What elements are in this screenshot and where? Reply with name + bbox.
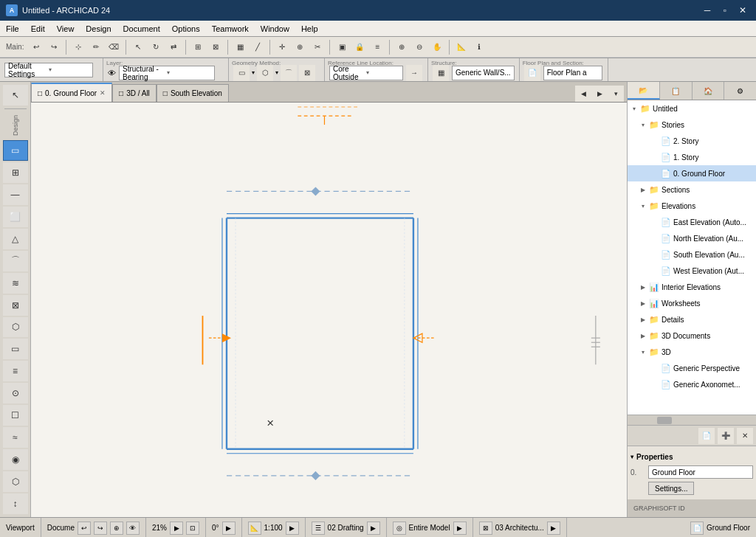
floorplan-dropdown[interactable]: Floor Plan a xyxy=(543,66,602,80)
arch-icon[interactable]: ⊠ xyxy=(479,522,492,535)
zoomin-tool[interactable]: ⊕ xyxy=(394,39,410,55)
tree-item-south-elev[interactable]: 📄 South Elevation (Au... xyxy=(628,246,756,263)
arch-btn[interactable]: ▶ xyxy=(547,522,560,535)
zoom-in-status[interactable]: ▶ xyxy=(170,522,183,535)
tab-3d[interactable]: □ 3D / All xyxy=(112,84,157,102)
tree-item-east-elev[interactable]: 📄 East Elevation (Auto... xyxy=(628,214,756,230)
tree-item-sections[interactable]: ▶ 📁 Sections xyxy=(628,181,756,198)
curtain-wall-tool[interactable]: ⬡ xyxy=(3,471,28,492)
angle-btn[interactable]: ▶ xyxy=(222,522,236,535)
slab-tool[interactable]: ⬜ xyxy=(3,207,28,227)
rotate-tool[interactable]: ↻ xyxy=(148,39,164,55)
tree-item-elevations[interactable]: ▾ 📁 Elevations xyxy=(628,198,756,214)
tree-item-worksheets[interactable]: ▶ 📊 Worksheets xyxy=(628,295,756,311)
tab-menu[interactable]: ▾ xyxy=(608,86,624,102)
tab-nav-right[interactable]: ▶ xyxy=(591,86,608,102)
roof-tool[interactable]: △ xyxy=(3,229,28,249)
column-tool[interactable]: ⊞ xyxy=(3,162,28,183)
tree-item-stories[interactable]: ▾ 📁 Stories xyxy=(628,117,756,133)
fit-btn[interactable]: ⊡ xyxy=(186,522,199,535)
redo-status-btn[interactable]: ↪ xyxy=(94,522,107,535)
geom-arc-btn[interactable]: ⌒ xyxy=(281,65,297,81)
nav-close-btn[interactable]: ✕ xyxy=(737,428,753,444)
trace-btn[interactable]: ⊕ xyxy=(110,522,123,535)
object-tool[interactable]: ☐ xyxy=(3,405,28,426)
tree-item-generic-persp[interactable]: 📄 Generic Perspective xyxy=(628,360,756,376)
preview-btn[interactable]: 👁 xyxy=(126,522,140,535)
align-tool[interactable]: ≡ xyxy=(369,39,385,55)
dimension-tool[interactable]: ↕ xyxy=(3,493,28,514)
structure-dropdown[interactable]: Generic Wall/S... xyxy=(452,66,515,80)
wall-tool[interactable]: ▭ xyxy=(3,140,28,161)
menu-window[interactable]: Window xyxy=(255,21,295,36)
prop-value-field[interactable]: Ground Floor xyxy=(648,465,753,479)
tree-item-untitled[interactable]: ▾ 📁 Untitled xyxy=(628,100,756,117)
menu-document[interactable]: Document xyxy=(117,21,166,36)
copy-tool[interactable]: ⊕ xyxy=(292,39,308,55)
floor-icon-status[interactable]: 📄 xyxy=(690,522,704,535)
door-tool[interactable]: ▭ xyxy=(3,339,28,359)
refline-dropdown[interactable]: Core Outside ▾ xyxy=(329,66,403,80)
nav-add-btn[interactable]: ➕ xyxy=(718,428,734,444)
model-btn[interactable]: ▶ xyxy=(453,522,467,535)
tree-item-interior-elev[interactable]: ▶ 📊 Interior Elevations xyxy=(628,279,756,295)
shell-tool[interactable]: ⌒ xyxy=(3,251,28,271)
morph-tool[interactable]: ≋ xyxy=(3,273,28,294)
magic-wand-tool[interactable]: ✏ xyxy=(88,39,104,55)
railing-tool[interactable]: ⬡ xyxy=(3,317,28,338)
nav-tab-project[interactable]: 📂 xyxy=(628,82,660,100)
select-tool-left[interactable]: ↖ xyxy=(3,85,28,105)
skylight-tool[interactable]: ⊙ xyxy=(3,383,28,403)
undo-status-btn[interactable]: ↩ xyxy=(78,522,91,535)
scrollbar-thumb[interactable] xyxy=(657,417,672,424)
arrow-tool[interactable]: ↖ xyxy=(130,39,146,55)
nav-tab-layout[interactable]: 📋 xyxy=(660,82,693,100)
tab-nav-left[interactable]: ◀ xyxy=(575,86,591,102)
scale-btn[interactable]: ▶ xyxy=(286,522,299,535)
fill-tool[interactable]: ▦ xyxy=(232,39,248,55)
group-tool[interactable]: ▣ xyxy=(334,39,350,55)
nav-new-btn[interactable]: 📄 xyxy=(698,428,715,444)
layer-status-icon[interactable]: ☰ xyxy=(312,522,325,535)
cut-tool[interactable]: ✂ xyxy=(309,39,326,55)
grid-tool[interactable]: ⊞ xyxy=(190,39,206,55)
measure-tool[interactable]: 📐 xyxy=(453,39,470,55)
tree-item-generic-axono[interactable]: 📄 Generic Axonomet... xyxy=(628,376,756,392)
structure-icon-btn[interactable]: ▦ xyxy=(433,65,449,81)
menu-design[interactable]: Design xyxy=(80,21,117,36)
tree-item-story2[interactable]: 📄 2. Story xyxy=(628,133,756,149)
select-tool[interactable]: ⊹ xyxy=(70,39,86,55)
snap-tool[interactable]: ⊠ xyxy=(207,39,224,55)
lock-tool[interactable]: 🔒 xyxy=(351,39,368,55)
tree-item-3d[interactable]: ▾ 📁 3D xyxy=(628,344,756,360)
geom-rect-btn[interactable]: ▭ xyxy=(233,65,250,81)
nav-scrollbar[interactable] xyxy=(628,415,756,425)
beam-tool[interactable]: — xyxy=(3,184,28,205)
redo-button[interactable]: ↪ xyxy=(46,39,62,55)
info-tool[interactable]: ℹ xyxy=(471,39,487,55)
eyedropper-tool[interactable]: ⌫ xyxy=(106,39,122,55)
scale-icon[interactable]: 📐 xyxy=(248,522,261,535)
settings-button[interactable]: Settings... xyxy=(648,482,694,495)
nav-tab-settings[interactable]: ⚙ xyxy=(724,82,756,100)
tree-item-story1[interactable]: 📄 1. Story xyxy=(628,149,756,165)
geom-poly-btn[interactable]: ⬡ xyxy=(257,65,273,81)
menu-view[interactable]: View xyxy=(51,21,80,36)
menu-teamwork[interactable]: Teamwork xyxy=(206,21,255,36)
close-button[interactable]: ✕ xyxy=(735,4,750,16)
drawing-area[interactable]: × xyxy=(31,103,627,517)
refline-btn[interactable]: → xyxy=(406,65,422,81)
drafting-btn[interactable]: ▶ xyxy=(367,522,380,535)
zoomout-tool[interactable]: ⊖ xyxy=(411,39,427,55)
undo-button[interactable]: ↩ xyxy=(28,39,44,55)
floorplan-icon-btn[interactable]: 📄 xyxy=(524,65,540,81)
tree-item-groundfloor[interactable]: 📄 0. Ground Floor xyxy=(628,165,756,181)
pan-tool[interactable]: ✋ xyxy=(429,39,445,55)
nav-tab-publisher[interactable]: 🏠 xyxy=(693,82,725,100)
lamp-tool[interactable]: ≈ xyxy=(3,427,28,448)
stair-tool[interactable]: ⊠ xyxy=(3,295,28,316)
menu-options[interactable]: Options xyxy=(166,21,206,36)
menu-file[interactable]: File xyxy=(0,21,25,36)
line-tool[interactable]: ╱ xyxy=(250,39,266,55)
tree-item-3ddocs[interactable]: ▶ 📁 3D Documents xyxy=(628,328,756,344)
